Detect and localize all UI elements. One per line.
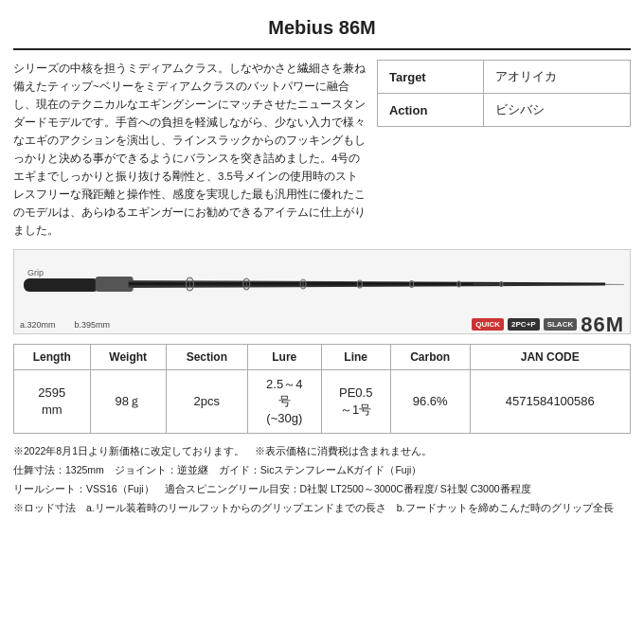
val-length: 2595 mm (14, 369, 91, 434)
specs-data-row: 2595 mm 98ｇ 2pcs 2.5～4 号 (~30g) PE0.5 ～1… (14, 369, 631, 434)
specs-header-row: Length Weight Section Lure Line Carbon J… (14, 344, 631, 369)
badge-twopiece: 2pc+p (508, 318, 540, 331)
val-jan: 4571584100586 (470, 369, 630, 434)
target-value: アオリイカ (484, 61, 631, 94)
rod-image-area: Grip a.320mm b.395mm QUICK 2pc+p SLACK 8… (13, 249, 631, 334)
price-note: ※2022年8月1日より新価格に改定しております。 ※表示価格に消費税は含まれま… (13, 443, 631, 460)
description-text: シリーズの中核を担うミディアムクラス。しなやかさと繊細さを兼ね備えたティップ~ベ… (13, 60, 367, 240)
val-weight: 98ｇ (90, 369, 166, 434)
rod-a-label: a.320mm (20, 320, 56, 330)
rod-dimension-labels: a.320mm b.395mm (20, 320, 110, 330)
detail-note-3: ※ロッド寸法 a.リール装着時のリールフットからのグリップエンドまでの長さ b.… (13, 500, 631, 517)
val-lure: 2.5～4 号 (~30g) (247, 369, 321, 434)
rod-badges: QUICK 2pc+p SLACK 86M (472, 313, 624, 334)
action-value: ビシバシ (484, 94, 631, 127)
rod-b-label: b.395mm (75, 320, 111, 330)
rod-bottom-row: a.320mm b.395mm QUICK 2pc+p SLACK 86M (20, 313, 624, 334)
svg-text:Grip: Grip (27, 268, 44, 277)
top-section: シリーズの中核を担うミディアムクラス。しなやかさと繊細さを兼ね備えたティップ~ベ… (13, 60, 631, 240)
product-title: Mebius 86M (13, 9, 631, 50)
notes-section: ※2022年8月1日より新価格に改定しております。 ※表示価格に消費税は含まれま… (13, 443, 631, 516)
detail-note-2: リールシート：VSS16（Fuji） 適合スピニングリール目安：D社製 LT25… (13, 481, 631, 498)
rod-model-label: 86M (581, 313, 624, 334)
specs-table: Length Weight Section Lure Line Carbon J… (13, 344, 631, 435)
detail-note-1: 仕舞寸法：1325mm ジョイント：逆並継 ガイド：SicステンフレームKガイド… (13, 462, 631, 479)
val-carbon: 96.6% (390, 369, 470, 434)
col-line: Line (321, 344, 390, 369)
target-action-table: Target アオリイカ Action ビシバシ (377, 60, 631, 127)
action-label: Action (377, 94, 483, 127)
val-line: PE0.5 ～1号 (321, 369, 390, 434)
svg-rect-1 (96, 277, 134, 292)
target-label: Target (377, 61, 483, 94)
col-length: Length (14, 344, 91, 369)
action-row: Action ビシバシ (377, 94, 630, 127)
val-section: 2pcs (166, 369, 247, 434)
col-section: Section (166, 344, 247, 369)
col-carbon: Carbon (390, 344, 470, 369)
col-jan: JAN CODE (470, 344, 630, 369)
badge-quick: QUICK (472, 318, 504, 331)
rod-svg: Grip (20, 258, 624, 311)
col-weight: Weight (90, 344, 166, 369)
col-lure: Lure (247, 344, 321, 369)
badge-slack: SLACK (544, 318, 578, 331)
title-text: Mebius 86M (268, 17, 375, 38)
page-wrapper: Mebius 86M シリーズの中核を担うミディアムクラス。しなやかさと繊細さを… (0, 0, 644, 530)
svg-rect-0 (24, 278, 99, 292)
target-row: Target アオリイカ (377, 61, 630, 94)
